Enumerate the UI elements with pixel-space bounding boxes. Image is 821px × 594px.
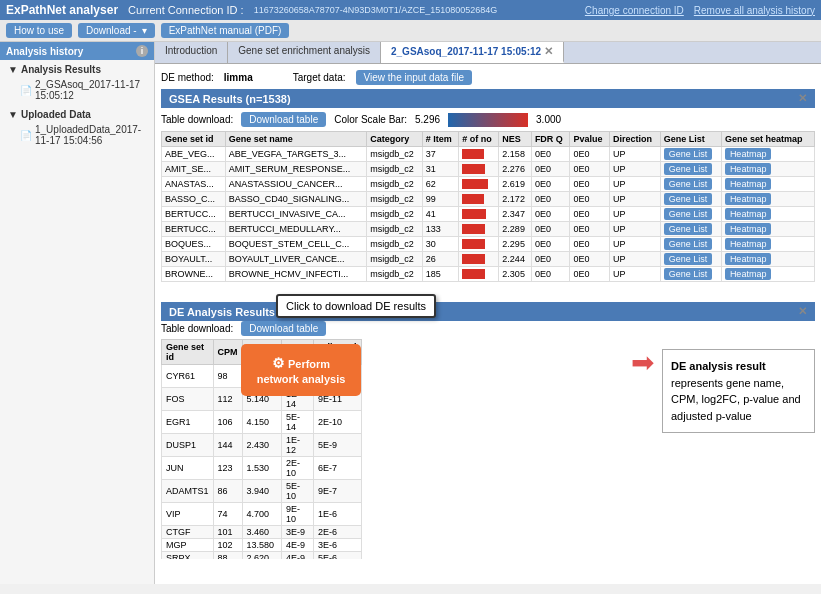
connection-id: 11673260658A78707-4N93D3M0T1/AZCE_151080… bbox=[254, 5, 498, 15]
de-close-icon[interactable]: ✕ bbox=[798, 305, 807, 318]
gene-list-btn[interactable]: Gene List bbox=[664, 223, 713, 235]
de-col-cpm: CPM bbox=[213, 340, 242, 365]
heatmap-btn[interactable]: Heatmap bbox=[725, 268, 772, 280]
perform-network-btn[interactable]: ⚙ Perform network analysis bbox=[241, 344, 361, 396]
cell-gene-list[interactable]: Gene List bbox=[660, 267, 721, 282]
cell-items: 26 bbox=[422, 252, 458, 267]
cell-cat: msigdb_c2 bbox=[367, 267, 423, 282]
gsea-close-icon[interactable]: ✕ bbox=[798, 92, 807, 105]
gene-list-btn[interactable]: Gene List bbox=[664, 163, 713, 175]
heatmap-btn[interactable]: Heatmap bbox=[725, 253, 772, 265]
uploaded-data-header[interactable]: ▼ Uploaded Data bbox=[4, 107, 150, 122]
de-table-download-label: Table download: bbox=[161, 323, 233, 334]
de-cell-cpm: 101 bbox=[213, 526, 242, 539]
cell-nes: 2.158 bbox=[499, 147, 532, 162]
de-cell-cpm: 86 bbox=[213, 480, 242, 503]
cell-heatmap[interactable]: Heatmap bbox=[721, 162, 814, 177]
cell-gene-list[interactable]: Gene List bbox=[660, 252, 721, 267]
gene-list-btn[interactable]: Gene List bbox=[664, 238, 713, 250]
de-cell-adj: 2E-6 bbox=[314, 526, 362, 539]
gene-list-btn[interactable]: Gene List bbox=[664, 148, 713, 160]
de-cell-cpm: 74 bbox=[213, 503, 242, 526]
heatmap-btn[interactable]: Heatmap bbox=[725, 148, 772, 160]
de-cell-cpm: 106 bbox=[213, 411, 242, 434]
cell-nof bbox=[459, 177, 499, 192]
de-col-gene: Gene set id bbox=[162, 340, 214, 365]
sidebar-item-gsasoq[interactable]: 📄 2_GSAsoq_2017-11-17 15:05:12 bbox=[4, 77, 150, 103]
cell-fdr: 0E0 bbox=[531, 207, 570, 222]
heatmap-btn[interactable]: Heatmap bbox=[725, 238, 772, 250]
cell-id: ABE_VEG... bbox=[162, 147, 226, 162]
change-connection-btn[interactable]: Change connection ID bbox=[585, 5, 684, 16]
cell-gene-list[interactable]: Gene List bbox=[660, 177, 721, 192]
de-download-btn[interactable]: Download table bbox=[241, 321, 326, 336]
cell-heatmap[interactable]: Heatmap bbox=[721, 207, 814, 222]
heatmap-btn[interactable]: Heatmap bbox=[725, 193, 772, 205]
cell-dir: UP bbox=[610, 207, 661, 222]
cell-gene-list[interactable]: Gene List bbox=[660, 147, 721, 162]
gene-list-btn[interactable]: Gene List bbox=[664, 208, 713, 220]
cell-heatmap[interactable]: Heatmap bbox=[721, 252, 814, 267]
col-nes: NES bbox=[499, 132, 532, 147]
de-cell-pval: 4E-9 bbox=[282, 552, 314, 560]
cell-name: BERTUCCI_MEDULLARY... bbox=[225, 222, 367, 237]
cell-nes: 2.295 bbox=[499, 237, 532, 252]
sidebar-item-uploaded[interactable]: 📄 1_UploadedData_2017-11-17 15:04:56 bbox=[4, 122, 150, 148]
tab-close-icon[interactable]: ✕ bbox=[544, 45, 553, 57]
tab-bar: Introduction Gene set enrichment analysi… bbox=[155, 42, 821, 64]
cell-name: BROWNE_HCMV_INFECTI... bbox=[225, 267, 367, 282]
tab-introduction[interactable]: Introduction bbox=[155, 42, 228, 63]
cell-name: BASSO_CD40_SIGNALING... bbox=[225, 192, 367, 207]
how-to-use-btn[interactable]: How to use bbox=[6, 23, 72, 38]
cell-gene-list[interactable]: Gene List bbox=[660, 162, 721, 177]
manual-btn[interactable]: ExPathNet manual (PDF) bbox=[161, 23, 290, 38]
cell-pval: 0E0 bbox=[570, 237, 610, 252]
analysis-results-header[interactable]: ▼ Analysis Results bbox=[4, 62, 150, 77]
de-cell-gene: JUN bbox=[162, 457, 214, 480]
de-cell-pval: 2E-10 bbox=[282, 457, 314, 480]
heatmap-btn[interactable]: Heatmap bbox=[725, 208, 772, 220]
cell-gene-list[interactable]: Gene List bbox=[660, 237, 721, 252]
cell-gene-list[interactable]: Gene List bbox=[660, 222, 721, 237]
cell-dir: UP bbox=[610, 147, 661, 162]
heatmap-btn[interactable]: Heatmap bbox=[725, 163, 772, 175]
remove-history-btn[interactable]: Remove all analysis history bbox=[694, 5, 815, 16]
chevron-down-icon: ▼ bbox=[8, 64, 18, 75]
cell-heatmap[interactable]: Heatmap bbox=[721, 192, 814, 207]
sidebar-info-icon[interactable]: i bbox=[136, 45, 148, 57]
de-cell-pval: 5E-10 bbox=[282, 480, 314, 503]
lower-panel: Click to download DE results DE Analysis… bbox=[161, 302, 815, 559]
view-input-btn[interactable]: View the input data file bbox=[356, 70, 472, 85]
de-cell-log2fc: 13.580 bbox=[242, 539, 282, 552]
cell-heatmap[interactable]: Heatmap bbox=[721, 267, 814, 282]
cell-pval: 0E0 bbox=[570, 147, 610, 162]
cell-name: BOYAULT_LIVER_CANCE... bbox=[225, 252, 367, 267]
heatmap-btn[interactable]: Heatmap bbox=[725, 223, 772, 235]
gene-list-btn[interactable]: Gene List bbox=[664, 268, 713, 280]
cell-dir: UP bbox=[610, 162, 661, 177]
col-fdr: FDR Q bbox=[531, 132, 570, 147]
cell-heatmap[interactable]: Heatmap bbox=[721, 222, 814, 237]
gene-list-btn[interactable]: Gene List bbox=[664, 253, 713, 265]
cell-dir: UP bbox=[610, 192, 661, 207]
network-btn-line1: Perform bbox=[288, 358, 330, 370]
gene-list-btn[interactable]: Gene List bbox=[664, 178, 713, 190]
download-btn[interactable]: Download - bbox=[78, 23, 155, 38]
de-cell-adj: 5E-9 bbox=[314, 434, 362, 457]
cell-heatmap[interactable]: Heatmap bbox=[721, 237, 814, 252]
cell-nof bbox=[459, 162, 499, 177]
cell-gene-list[interactable]: Gene List bbox=[660, 192, 721, 207]
cell-items: 30 bbox=[422, 237, 458, 252]
heatmap-btn[interactable]: Heatmap bbox=[725, 178, 772, 190]
download-table-btn[interactable]: Download table bbox=[241, 112, 326, 127]
de-cell-cpm: 88 bbox=[213, 552, 242, 560]
cell-heatmap[interactable]: Heatmap bbox=[721, 147, 814, 162]
cell-gene-list[interactable]: Gene List bbox=[660, 207, 721, 222]
cell-name: ABE_VEGFA_TARGETS_3... bbox=[225, 147, 367, 162]
content-inner: DE method: limma Target data: View the i… bbox=[155, 64, 821, 584]
cell-heatmap[interactable]: Heatmap bbox=[721, 177, 814, 192]
tab-gsasoq[interactable]: 2_GSAsoq_2017-11-17 15:05:12 ✕ bbox=[381, 42, 564, 63]
gene-list-btn[interactable]: Gene List bbox=[664, 193, 713, 205]
tab-gene-set[interactable]: Gene set enrichment analysis bbox=[228, 42, 381, 63]
cell-cat: msigdb_c2 bbox=[367, 147, 423, 162]
